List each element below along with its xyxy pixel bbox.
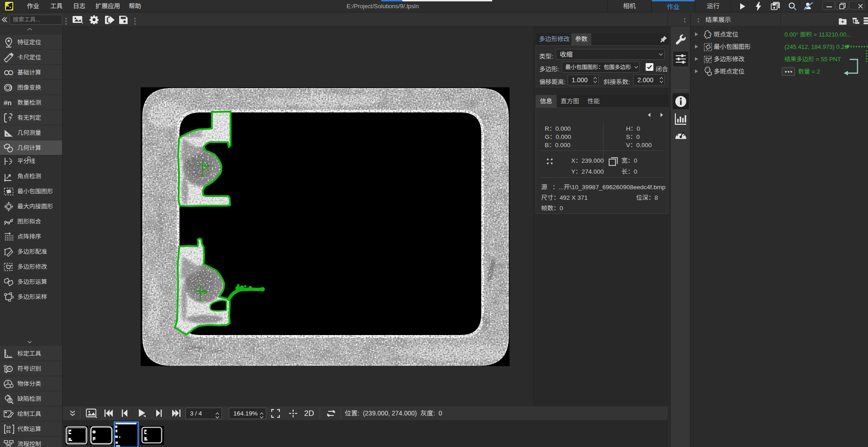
svg-text:01: 01: [6, 429, 11, 434]
svg-text:1: 1: [203, 292, 205, 297]
svg-text:#n: #n: [4, 99, 12, 106]
svg-text:?: ?: [8, 115, 12, 122]
svg-text:2: 2: [205, 166, 208, 172]
